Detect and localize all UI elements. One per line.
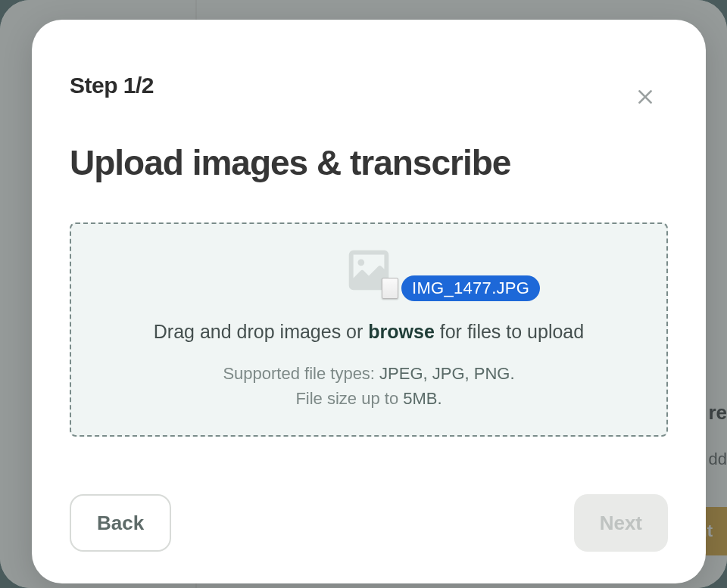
- upload-modal: Step 1/2 Upload images & transcribe IMG_…: [32, 20, 706, 583]
- back-button[interactable]: Back: [70, 494, 171, 552]
- close-button[interactable]: [632, 83, 659, 110]
- dropzone-text-before: Drag and drop images or: [154, 321, 368, 342]
- browse-link[interactable]: browse: [368, 321, 435, 342]
- file-dropzone[interactable]: IMG_1477.JPG Drag and drop images or bro…: [70, 222, 668, 437]
- size-prefix: File size up to: [295, 389, 403, 408]
- modal-title: Upload images & transcribe: [70, 142, 668, 183]
- supported-prefix: Supported file types:: [223, 364, 379, 383]
- dragged-file-indicator: IMG_1477.JPG: [382, 275, 540, 301]
- supported-types: JPEG, JPG, PNG.: [379, 364, 514, 383]
- dropzone-instruction: Drag and drop images or browse for files…: [154, 321, 584, 343]
- close-icon: [635, 87, 655, 107]
- dropzone-subtext: Supported file types: JPEG, JPG, PNG. Fi…: [223, 361, 514, 411]
- modal-footer: Back Next: [70, 494, 668, 552]
- size-value: 5MB.: [403, 389, 442, 408]
- dropzone-text-after: for files to upload: [435, 321, 584, 342]
- step-indicator: Step 1/2: [70, 73, 668, 98]
- dragged-file-name: IMG_1477.JPG: [401, 275, 540, 301]
- dropzone-icon-wrap: IMG_1477.JPG: [342, 244, 395, 300]
- file-thumbnail-icon: [382, 278, 398, 299]
- next-button[interactable]: Next: [574, 494, 668, 552]
